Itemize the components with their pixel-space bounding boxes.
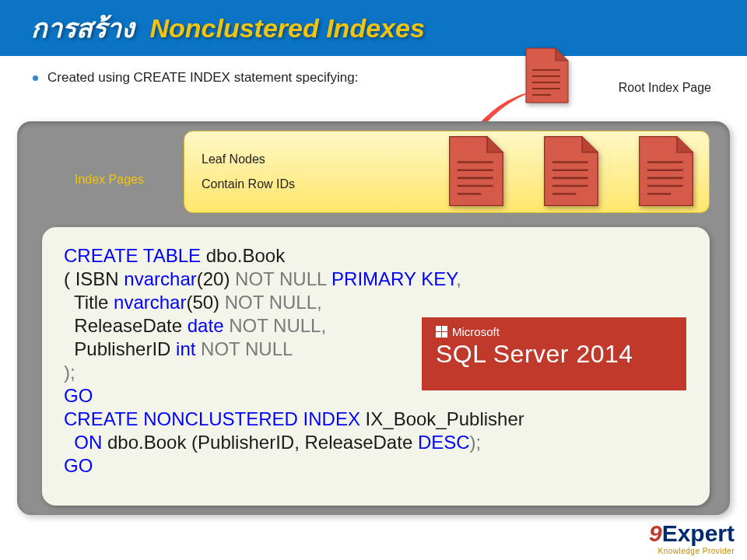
code-type: date: [188, 315, 229, 336]
leaf-line1: Leaf Nodes: [202, 147, 295, 172]
code-text: ReleaseDate: [64, 315, 188, 336]
microsoft-label: Microsoft: [436, 325, 672, 338]
code-nn: NOT NULL: [229, 315, 321, 336]
code-punc: ,: [456, 268, 461, 289]
windows-logo-icon: [436, 326, 447, 338]
code-text: (50): [186, 292, 224, 313]
code-kw: PRIMARY KEY: [331, 268, 456, 289]
code-kw: CREATE TABLE: [64, 245, 201, 266]
bullet-text: Created using CREATE INDEX statement spe…: [47, 70, 358, 86]
sql-server-badge: Microsoft SQL Server 2014: [422, 317, 686, 390]
root-index-label: Root Index Page: [619, 81, 711, 95]
code-nn: NOT NULL: [201, 338, 293, 359]
code-text: ( ISBN: [64, 268, 124, 289]
code-text: (20): [197, 268, 235, 289]
leaf-line2: Contain Row IDs: [202, 172, 295, 197]
bullet-dot-icon: [33, 75, 38, 81]
code-kw: GO: [64, 385, 93, 406]
product-name: SQL Server 2014: [436, 340, 672, 369]
title-en: Nonclustered Indexes: [149, 13, 424, 43]
code-punc: ,: [321, 315, 326, 336]
index-pages-label: Index Pages: [75, 173, 144, 187]
brand-footer: 9Expert Knowledge Provider: [649, 520, 735, 555]
code-type: nvarchar: [114, 292, 186, 313]
code-text: IX_Book_Publisher: [360, 408, 524, 429]
leaf-page-icon: [447, 135, 505, 211]
code-punc: );: [470, 432, 482, 453]
microsoft-text: Microsoft: [452, 325, 500, 338]
code-kw: DESC: [418, 432, 470, 453]
leaf-page-icon: [542, 135, 600, 211]
brand-name: 9Expert: [649, 520, 735, 547]
code-text: PublisherID: [64, 338, 176, 359]
root-index-page-icon: [524, 47, 570, 107]
code-text: dbo.Book (PublisherID, ReleaseDate: [102, 432, 418, 453]
code-nn: NOT NULL: [235, 268, 331, 289]
brand-nine: 9: [649, 520, 662, 546]
code-type: nvarchar: [124, 268, 196, 289]
leaf-page-icon: [637, 135, 695, 211]
title-thai: การสร้าง: [31, 13, 135, 43]
code-text: dbo.Book: [201, 245, 285, 266]
code-kw: CREATE NONCLUSTERED INDEX: [64, 408, 360, 429]
code-type: int: [176, 338, 201, 359]
code-text: Title: [64, 292, 114, 313]
slide-title: การสร้าง Nonclustered Indexes: [31, 7, 425, 49]
code-kw: ON: [74, 432, 102, 453]
code-nn: NOT NULL: [225, 292, 317, 313]
leaf-nodes-box: Leaf Nodes Contain Row IDs: [184, 131, 710, 213]
brand-expert: Expert: [662, 520, 735, 546]
code-text: [64, 432, 74, 453]
slide-title-bar: การสร้าง Nonclustered Indexes: [0, 0, 747, 56]
code-punc: ,: [317, 292, 322, 313]
code-punc: );: [64, 362, 75, 383]
brand-tagline: Knowledge Provider: [649, 547, 735, 555]
code-kw: GO: [64, 455, 93, 476]
